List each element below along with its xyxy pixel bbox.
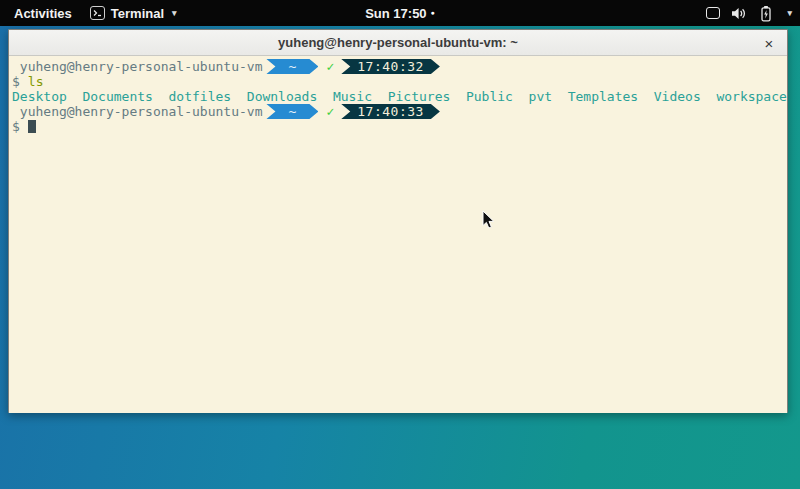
display-icon: [706, 7, 720, 19]
ls-output-line: Desktop Documents dotfiles Downloads Mus…: [12, 89, 787, 104]
directory-list: Desktop Documents dotfiles Downloads Mus…: [12, 89, 787, 104]
prompt-user-host: yuheng@henry-personal-ubuntu-vm: [12, 104, 262, 119]
prompt-time-segment: 17:40:33: [341, 104, 440, 119]
notification-dot-icon: ●: [431, 0, 435, 26]
prompt-path-segment: ~: [266, 59, 318, 74]
status-check-icon: ✓: [326, 104, 334, 119]
prompt-symbol: $: [12, 119, 20, 134]
command-line: $ ls: [12, 74, 787, 89]
input-line: $: [12, 119, 787, 134]
terminal-cursor: [28, 120, 36, 133]
activities-button[interactable]: Activities: [10, 6, 76, 21]
chevron-down-icon: ▾: [172, 8, 177, 18]
status-check-icon: ✓: [326, 59, 334, 74]
mouse-cursor: [482, 210, 496, 230]
top-bar: Activities Terminal ▾ Sun 17:50 ●: [0, 0, 800, 26]
battery-charging-icon: [758, 5, 774, 22]
window-title: yuheng@henry-personal-ubuntu-vm: ~: [278, 35, 518, 50]
clock[interactable]: Sun 17:50: [365, 6, 426, 21]
system-status-area[interactable]: ▾: [706, 0, 792, 26]
terminal-icon: [90, 6, 105, 20]
prompt-symbol: $: [12, 74, 20, 89]
close-icon[interactable]: ×: [759, 33, 779, 53]
terminal-window: yuheng@henry-personal-ubuntu-vm: ~ × yuh…: [8, 29, 788, 413]
app-menu-label: Terminal: [111, 6, 164, 21]
prompt-path-segment: ~: [266, 104, 318, 119]
app-menu-terminal[interactable]: Terminal ▾: [90, 6, 177, 21]
terminal-content[interactable]: yuheng@henry-personal-ubuntu-vm ~ ✓ 17:4…: [9, 56, 787, 413]
chevron-down-icon: ▾: [787, 8, 792, 18]
prompt-time-segment: 17:40:32: [341, 59, 440, 74]
prompt-line: yuheng@henry-personal-ubuntu-vm ~ ✓ 17:4…: [12, 104, 787, 119]
prompt-line: yuheng@henry-personal-ubuntu-vm ~ ✓ 17:4…: [12, 59, 787, 74]
typed-command: ls: [28, 74, 44, 89]
prompt-user-host: yuheng@henry-personal-ubuntu-vm: [12, 59, 262, 74]
volume-icon: [731, 6, 747, 21]
window-titlebar[interactable]: yuheng@henry-personal-ubuntu-vm: ~ ×: [9, 30, 787, 56]
